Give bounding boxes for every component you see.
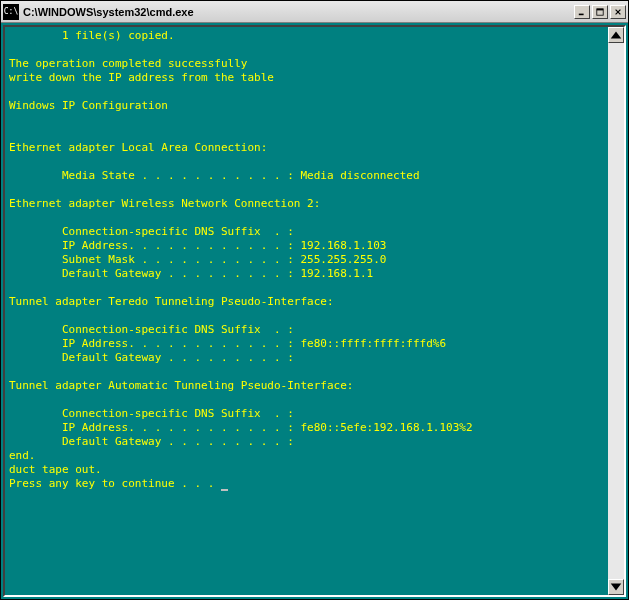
scroll-up-button[interactable] <box>608 27 624 43</box>
console-text: 1 file(s) copied. The operation complete… <box>9 29 473 490</box>
vertical-scrollbar[interactable] <box>608 27 624 595</box>
cmd-icon: C:\ <box>3 4 19 20</box>
scroll-down-button[interactable] <box>608 579 624 595</box>
svg-rect-0 <box>579 13 584 15</box>
scroll-track[interactable] <box>608 43 624 579</box>
svg-marker-6 <box>611 584 622 591</box>
minimize-button[interactable] <box>574 5 590 19</box>
titlebar[interactable]: C:\ C:\WINDOWS\system32\cmd.exe <box>1 1 628 23</box>
svg-rect-2 <box>597 8 603 10</box>
window-title: C:\WINDOWS\system32\cmd.exe <box>23 6 574 18</box>
window-controls <box>574 5 626 19</box>
cursor <box>221 489 228 491</box>
svg-marker-5 <box>611 32 622 39</box>
cmd-window: C:\ C:\WINDOWS\system32\cmd.exe 1 file(s… <box>0 0 629 600</box>
console-output[interactable]: 1 file(s) copied. The operation complete… <box>3 25 626 597</box>
maximize-button[interactable] <box>592 5 608 19</box>
close-button[interactable] <box>610 5 626 19</box>
